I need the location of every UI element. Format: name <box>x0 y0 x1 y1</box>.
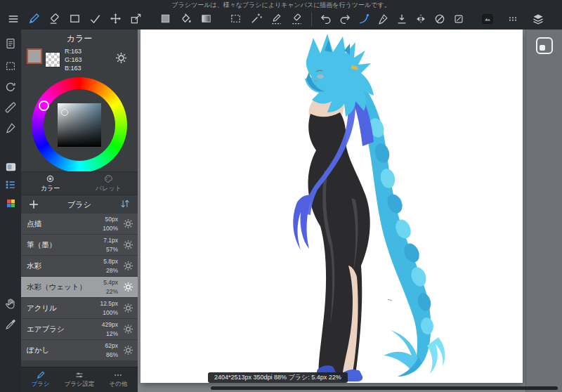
brush-name: ぼかし <box>27 346 49 355</box>
brush-item[interactable]: アクリル 12.5px 100% <box>21 298 138 319</box>
panel-toggle-button[interactable] <box>536 37 553 54</box>
rgb-readout: R:163 G:163 B:163 <box>65 47 82 72</box>
sv-indicator[interactable] <box>61 109 68 116</box>
magic-wand-tool-button[interactable] <box>246 9 266 28</box>
panel-toggle-icon <box>540 45 545 51</box>
brush-item-selected[interactable]: 水彩（ウェット） 5.4px 22% <box>21 277 138 298</box>
panel-bottom-tabs: ブラシ ブラシ設定 その他 <box>21 367 138 392</box>
pen-rail-button[interactable] <box>2 119 19 136</box>
sort-brushes-button[interactable] <box>119 198 132 211</box>
eyedropper-tool-button[interactable] <box>2 316 19 333</box>
artwork-illustration <box>140 30 523 383</box>
foreground-color-swatch[interactable] <box>155 9 176 28</box>
brush-name: 水彩（ウェット） <box>27 282 86 292</box>
brush-size: 429px <box>102 321 118 328</box>
tab-brush[interactable]: ブラシ <box>21 367 60 392</box>
brush-settings-gear-icon[interactable] <box>123 303 134 314</box>
brush-opacity: 100% <box>103 309 118 316</box>
brush-settings-gear-icon[interactable] <box>123 240 134 251</box>
rgb-b-value: B:163 <box>65 64 82 72</box>
move-tool-button[interactable] <box>105 9 126 28</box>
brush-opacity: 86% <box>106 351 118 358</box>
palette-icon <box>79 174 138 184</box>
rgb-g-value: G:163 <box>65 55 82 64</box>
brush-tool-button[interactable] <box>24 9 44 28</box>
brush-settings-gear-icon[interactable] <box>123 324 134 335</box>
brush-settings-gear-icon[interactable] <box>123 345 134 356</box>
brush-item[interactable]: 点描 50px 100% <box>21 214 138 235</box>
rgb-r-value: R:163 <box>65 47 82 55</box>
brush-opacity: 100% <box>103 225 118 232</box>
color-panel-toggle[interactable] <box>2 158 19 175</box>
toolbar-buttons <box>24 9 548 28</box>
brush-item[interactable]: ぼかし 62px 86% <box>21 340 138 361</box>
clear-button[interactable] <box>449 9 468 28</box>
select-rail-button[interactable] <box>2 58 19 74</box>
color-wheel-area <box>21 76 138 174</box>
color-settings-button[interactable] <box>115 52 128 65</box>
brush-name: エアブラシ <box>27 325 65 334</box>
undo-button[interactable] <box>316 9 335 28</box>
top-toolbar: ブラシツールは、様々なブラシによりキャンバスに描画を行うツールです。 <box>0 0 562 30</box>
canvas-area: 2404*2513px 350dpi 88% ブラシ: 5.4px 22% <box>138 30 525 392</box>
ruler-tool-button[interactable] <box>2 99 19 116</box>
brush-settings-gear-icon[interactable] <box>123 282 134 293</box>
brush-list: 点描 50px 100% 筆（墨） 7.1px 57% 水彩 5.8px 28%… <box>21 214 138 361</box>
canvas-list-button[interactable] <box>2 35 19 52</box>
brush-item[interactable]: エアブラシ 429px 12% <box>21 319 138 340</box>
toolbar-drag-handle[interactable] <box>503 9 522 28</box>
hamburger-icon <box>7 13 20 25</box>
layers-panel-button[interactable] <box>528 9 548 28</box>
rotate-reset-button[interactable] <box>430 9 449 28</box>
select-eraser-tool-button[interactable] <box>287 9 307 28</box>
drawing-canvas[interactable] <box>140 30 523 383</box>
tab-palette[interactable]: パレット <box>79 172 138 195</box>
layer-list-toggle[interactable] <box>2 176 19 193</box>
select-rect-tool-button[interactable] <box>226 9 246 28</box>
brush-settings-gear-icon[interactable] <box>123 261 134 272</box>
tab-other-label: その他 <box>99 380 138 388</box>
main-menu-button[interactable] <box>4 9 22 28</box>
brush-opacity: 12% <box>106 330 118 337</box>
eraser-tool-button[interactable] <box>44 9 65 28</box>
save-button[interactable] <box>392 9 411 28</box>
add-brush-button[interactable] <box>27 198 40 211</box>
brush-item[interactable]: 水彩 5.8px 28% <box>21 256 138 277</box>
tab-brush-settings-label: ブラシ設定 <box>60 380 98 388</box>
hue-indicator[interactable] <box>39 100 49 111</box>
material-button[interactable] <box>477 9 497 28</box>
tab-brush-settings[interactable]: ブラシ設定 <box>60 367 98 392</box>
canvas-status-bar: 2404*2513px 350dpi 88% ブラシ: 5.4px 22% <box>208 372 348 383</box>
brush-size: 5.8px <box>103 258 118 265</box>
flip-horizontal-button[interactable] <box>411 9 430 28</box>
tab-color[interactable]: カラー <box>21 172 79 195</box>
shape-tool-button[interactable] <box>65 9 85 28</box>
color-palette-tabs: カラー パレット <box>21 171 138 195</box>
transparent-color-swatch[interactable] <box>45 52 60 67</box>
brush-opacity: 28% <box>106 267 118 274</box>
pen-tool-button[interactable] <box>373 9 392 28</box>
brush-name: 筆（墨） <box>27 240 56 250</box>
view-reset-button[interactable] <box>2 79 19 96</box>
brush-name: 点描 <box>27 219 41 229</box>
select-pen-tool-button[interactable] <box>266 9 287 28</box>
hand-tool-button[interactable] <box>2 295 19 312</box>
transform-tool-button[interactable] <box>126 9 146 28</box>
brush-size: 7.1px <box>103 237 118 244</box>
brush-size: 50px <box>105 216 118 223</box>
snap-tool-button[interactable] <box>354 9 373 28</box>
current-color-swatch[interactable] <box>27 48 42 64</box>
ellipsis-icon <box>99 370 138 380</box>
tab-other[interactable]: その他 <box>99 367 138 392</box>
tab-palette-label: パレット <box>79 184 138 192</box>
brush-item[interactable]: 筆（墨） 7.1px 57% <box>21 235 138 256</box>
medibang-paint-app: ブラシツールは、様々なブラシによりキャンバスに描画を行うツールです。 <box>0 0 562 392</box>
dot-pen-tool-button[interactable] <box>85 9 105 28</box>
brush-settings-gear-icon[interactable] <box>123 218 134 230</box>
gradient-tool-button[interactable] <box>196 9 216 28</box>
right-rail <box>525 30 562 392</box>
materials-toggle[interactable] <box>2 195 19 211</box>
redo-button[interactable] <box>335 9 354 28</box>
bucket-tool-button[interactable] <box>176 9 196 28</box>
color-panel-title: カラー <box>21 30 138 46</box>
